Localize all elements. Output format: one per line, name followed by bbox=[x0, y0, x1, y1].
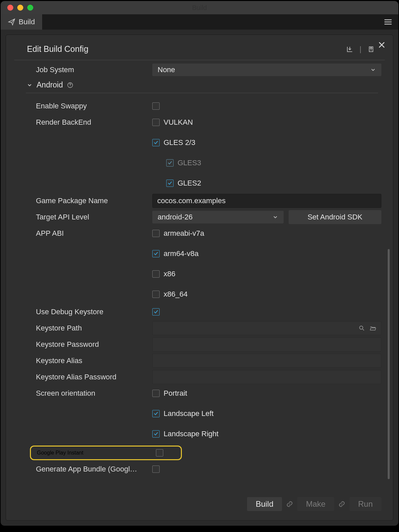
row-debug-keystore: Use Debug Keystore bbox=[26, 305, 381, 319]
input-package-name[interactable]: cocos.com.examples bbox=[152, 194, 381, 208]
label-keystore-password: Keystore Password bbox=[26, 340, 152, 349]
window-title: Build bbox=[1, 4, 398, 12]
select-value: android-26 bbox=[158, 213, 193, 221]
row-enable-swappy: Enable Swappy bbox=[26, 99, 381, 113]
label-x86-64: x86_64 bbox=[164, 290, 188, 299]
button-run[interactable]: Run bbox=[349, 497, 381, 511]
checkbox-enable-swappy[interactable] bbox=[152, 102, 160, 110]
search-icon[interactable] bbox=[358, 325, 365, 332]
checkbox-gles23[interactable] bbox=[152, 139, 160, 146]
label-package-name: Game Package Name bbox=[26, 197, 152, 205]
hamburger-menu-button[interactable] bbox=[378, 14, 398, 30]
tab-label: Build bbox=[19, 18, 35, 26]
checkbox-armeabi[interactable] bbox=[152, 230, 160, 237]
checkbox-portrait[interactable] bbox=[152, 390, 160, 397]
label-render-backend: Render BackEnd bbox=[26, 115, 152, 127]
row-job-system: Job System None bbox=[26, 63, 381, 77]
button-make[interactable]: Make bbox=[297, 497, 334, 511]
select-target-api[interactable]: android-26 bbox=[152, 211, 284, 223]
input-keystore-password[interactable] bbox=[152, 337, 381, 351]
panel-body: Job System None Android bbox=[6, 60, 393, 483]
hamburger-icon bbox=[384, 18, 392, 26]
paper-plane-icon bbox=[8, 18, 15, 26]
label-keystore-alias-password: Keystore Alias Password bbox=[26, 373, 152, 381]
tab-build[interactable]: Build bbox=[1, 14, 43, 30]
folder-open-icon[interactable] bbox=[369, 325, 376, 332]
row-package-name: Game Package Name cocos.com.examples bbox=[26, 194, 381, 208]
label-portrait: Portrait bbox=[164, 389, 187, 398]
checkbox-gles2[interactable] bbox=[166, 180, 174, 187]
label-debug-keystore: Use Debug Keystore bbox=[26, 308, 152, 316]
label-enable-swappy: Enable Swappy bbox=[26, 102, 152, 110]
row-google-play-instant: Google Play Instant bbox=[30, 446, 182, 460]
select-value: None bbox=[158, 66, 175, 74]
titlebar: Build bbox=[1, 1, 398, 14]
input-keystore-alias[interactable] bbox=[152, 354, 381, 368]
import-icon bbox=[346, 46, 353, 53]
row-keystore-path: Keystore Path bbox=[26, 321, 381, 335]
close-panel-button[interactable] bbox=[378, 41, 386, 49]
label-job-system: Job System bbox=[26, 66, 152, 74]
label-keystore-path: Keystore Path bbox=[26, 324, 152, 332]
section-android[interactable]: Android bbox=[26, 79, 378, 93]
row-target-api: Target API Level android-26 Set Android … bbox=[26, 210, 381, 224]
tab-bar: Build bbox=[1, 14, 398, 30]
panel-title: Edit Build Config bbox=[27, 44, 88, 54]
row-keystore-alias-password: Keystore Alias Password bbox=[26, 370, 381, 384]
label-target-api: Target API Level bbox=[26, 213, 152, 221]
checkbox-landscape-right[interactable] bbox=[152, 430, 160, 438]
export-config-button[interactable] bbox=[367, 46, 375, 53]
label-app-bundle: Generate App Bundle (Googl… bbox=[26, 465, 152, 473]
checkbox-x86-64[interactable] bbox=[152, 291, 160, 298]
chevron-down-icon bbox=[272, 214, 278, 220]
label-app-abi: APP ABI bbox=[26, 226, 152, 238]
panel-actions: | bbox=[346, 45, 375, 54]
label-google-play-instant: Google Play Instant bbox=[36, 450, 156, 456]
button-build[interactable]: Build bbox=[247, 497, 282, 511]
checkbox-google-play-instant[interactable] bbox=[156, 449, 163, 457]
window: Build Build Edit Build Config bbox=[0, 1, 399, 526]
help-icon[interactable] bbox=[67, 82, 73, 88]
link-icon[interactable] bbox=[286, 500, 293, 508]
input-keystore-path[interactable] bbox=[152, 321, 381, 335]
checkbox-landscape-left[interactable] bbox=[152, 410, 160, 417]
separator: | bbox=[359, 45, 361, 54]
checkbox-arm64[interactable] bbox=[152, 250, 160, 257]
import-config-button[interactable] bbox=[346, 46, 353, 53]
label-gles23: GLES 2/3 bbox=[164, 138, 195, 147]
row-app-bundle: Generate App Bundle (Googl… bbox=[26, 462, 381, 476]
label-gles3: GLES3 bbox=[178, 159, 201, 167]
button-label: Build bbox=[256, 499, 273, 509]
svg-point-1 bbox=[359, 326, 363, 329]
label-arm64: arm64-v8a bbox=[164, 249, 199, 258]
row-keystore-password: Keystore Password bbox=[26, 337, 381, 351]
panel-footer: Build Make Run bbox=[6, 483, 393, 520]
label-x86: x86 bbox=[164, 270, 175, 278]
scrollbar[interactable] bbox=[388, 249, 390, 479]
label-landscape-left: Landscape Left bbox=[164, 409, 213, 418]
row-render-backend: Render BackEnd VULKAN GLES 2/3 bbox=[26, 115, 381, 192]
link-icon[interactable] bbox=[338, 500, 345, 508]
label-keystore-alias: Keystore Alias bbox=[26, 356, 152, 365]
select-job-system[interactable]: None bbox=[152, 64, 381, 76]
label-landscape-right: Landscape Right bbox=[164, 430, 218, 438]
panel-header: Edit Build Config | bbox=[14, 35, 385, 60]
checkbox-app-bundle[interactable] bbox=[152, 466, 160, 473]
checkbox-gles3[interactable] bbox=[166, 159, 174, 167]
close-icon bbox=[378, 41, 386, 49]
chevron-down-icon bbox=[27, 82, 33, 88]
button-label: Run bbox=[358, 499, 373, 509]
build-config-panel: Edit Build Config | Job System bbox=[6, 35, 393, 521]
button-label: Make bbox=[306, 499, 326, 509]
label-gles2: GLES2 bbox=[178, 179, 201, 188]
row-app-abi: APP ABI armeabi-v7a arm64-v8a x86 bbox=[26, 226, 381, 303]
label-armeabi: armeabi-v7a bbox=[164, 229, 204, 238]
checkbox-x86[interactable] bbox=[152, 270, 160, 278]
button-set-android-sdk[interactable]: Set Android SDK bbox=[289, 210, 381, 224]
checkbox-vulkan[interactable] bbox=[152, 119, 160, 126]
input-keystore-alias-password[interactable] bbox=[152, 370, 381, 384]
row-orientation: Screen orientation Portrait Landscape Le… bbox=[26, 386, 381, 442]
button-label: Set Android SDK bbox=[308, 213, 362, 221]
checkbox-debug-keystore[interactable] bbox=[152, 308, 160, 316]
chevron-down-icon bbox=[370, 67, 376, 73]
